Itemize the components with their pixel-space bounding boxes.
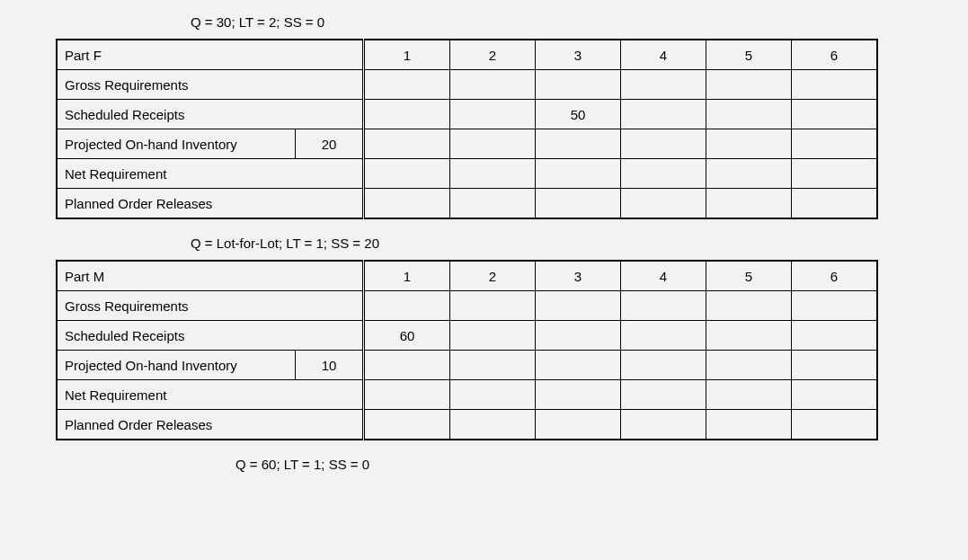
cell <box>792 410 878 440</box>
period-header: 5 <box>706 261 792 291</box>
period-header: 1 <box>364 261 450 291</box>
cell <box>621 189 706 219</box>
cell <box>450 380 536 410</box>
cell <box>706 129 792 159</box>
cell <box>792 321 878 351</box>
cell <box>536 129 621 159</box>
period-header: 4 <box>621 261 706 291</box>
row-label: Net Requirement <box>57 159 364 189</box>
cell <box>706 70 792 100</box>
initial-value: 10 <box>296 351 364 380</box>
cell <box>364 159 450 189</box>
cell <box>621 410 706 440</box>
cell <box>364 129 450 159</box>
cell <box>792 129 878 159</box>
cell <box>450 129 536 159</box>
cell <box>450 189 536 219</box>
row-label: Scheduled Receipts <box>57 100 364 129</box>
cell <box>621 100 706 129</box>
cell <box>621 70 706 100</box>
cell <box>450 410 536 440</box>
cell <box>364 100 450 129</box>
cell <box>364 380 450 410</box>
initial-value: 20 <box>296 129 364 159</box>
period-header: 1 <box>364 40 450 70</box>
cell <box>536 291 621 321</box>
table-1-title: Part F <box>57 40 364 70</box>
period-header: 6 <box>792 40 878 70</box>
period-header: 2 <box>450 261 536 291</box>
cell <box>364 410 450 440</box>
cell <box>364 351 450 380</box>
cell <box>450 321 536 351</box>
cell <box>450 159 536 189</box>
cell: 50 <box>536 100 621 129</box>
table-1-params: Q = 30; LT = 2; SS = 0 <box>191 14 968 30</box>
row-label: Planned Order Releases <box>57 410 364 440</box>
period-header: 3 <box>536 40 621 70</box>
trailing-params: Q = 60; LT = 1; SS = 0 <box>235 457 968 472</box>
table-row: Scheduled Receipts 50 <box>57 100 877 129</box>
mrp-table-1: Part F 1 2 3 4 5 6 Gross Requirements Sc… <box>56 39 878 219</box>
cell <box>621 380 706 410</box>
row-label: Projected On-hand Inventory <box>57 129 296 159</box>
table-row: Gross Requirements <box>57 70 877 100</box>
period-header: 5 <box>706 40 792 70</box>
table-row: Net Requirement <box>57 380 877 410</box>
cell <box>621 129 706 159</box>
period-header: 2 <box>450 40 536 70</box>
table-2-title: Part M <box>57 261 364 291</box>
table-row: Projected On-hand Inventory 20 <box>57 129 877 159</box>
cell <box>792 189 878 219</box>
row-label: Planned Order Releases <box>57 189 364 219</box>
cell <box>621 321 706 351</box>
cell <box>621 291 706 321</box>
table-row: Gross Requirements <box>57 291 877 321</box>
cell <box>792 70 878 100</box>
table-2-params: Q = Lot-for-Lot; LT = 1; SS = 20 <box>191 236 968 251</box>
period-header: 6 <box>792 261 878 291</box>
cell <box>536 159 621 189</box>
cell <box>536 380 621 410</box>
row-label: Gross Requirements <box>57 291 364 321</box>
cell <box>450 70 536 100</box>
cell <box>536 410 621 440</box>
cell <box>364 70 450 100</box>
cell <box>792 351 878 380</box>
cell <box>706 321 792 351</box>
cell <box>536 70 621 100</box>
cell <box>536 321 621 351</box>
table-row: Net Requirement <box>57 159 877 189</box>
cell <box>706 410 792 440</box>
cell <box>621 351 706 380</box>
cell <box>792 100 878 129</box>
cell <box>706 100 792 129</box>
cell <box>792 291 878 321</box>
cell <box>536 351 621 380</box>
cell <box>706 159 792 189</box>
cell <box>450 291 536 321</box>
row-label: Gross Requirements <box>57 70 364 100</box>
table-row: Planned Order Releases <box>57 189 877 219</box>
row-label: Scheduled Receipts <box>57 321 364 351</box>
cell <box>364 189 450 219</box>
period-header: 3 <box>536 261 621 291</box>
row-label: Net Requirement <box>57 380 364 410</box>
period-header: 4 <box>621 40 706 70</box>
cell <box>536 189 621 219</box>
cell: 60 <box>364 321 450 351</box>
cell <box>450 100 536 129</box>
mrp-table-2: Part M 1 2 3 4 5 6 Gross Requirements Sc… <box>56 260 878 440</box>
mrp-worksheet: Q = 30; LT = 2; SS = 0 Part F 1 2 3 4 5 … <box>0 0 968 472</box>
cell <box>364 291 450 321</box>
cell <box>706 380 792 410</box>
cell <box>792 159 878 189</box>
cell <box>621 159 706 189</box>
row-label: Projected On-hand Inventory <box>57 351 296 380</box>
cell <box>706 189 792 219</box>
cell <box>706 291 792 321</box>
cell <box>792 380 878 410</box>
table-row: Scheduled Receipts 60 <box>57 321 877 351</box>
table-row: Planned Order Releases <box>57 410 877 440</box>
cell <box>706 351 792 380</box>
